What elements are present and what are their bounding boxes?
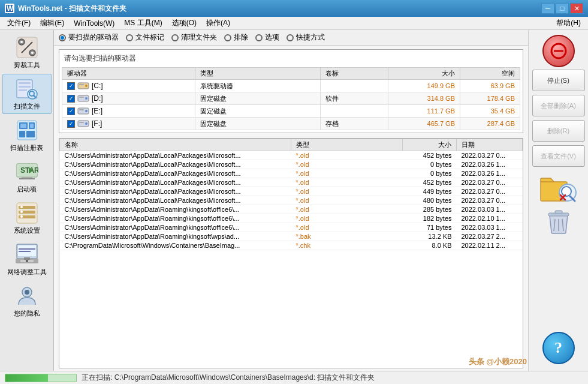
view-file-button[interactable]: 查看文件(V) [532, 145, 585, 167]
drive-letter-0: [C:] [92, 82, 103, 90]
tab-options[interactable]: 选项 [255, 32, 279, 43]
list-item[interactable]: C:\Users\Administrator\AppData\Local\Pac… [60, 169, 523, 178]
list-item[interactable]: C:\Users\Administrator\AppData\Roaming\k… [60, 205, 523, 214]
maximize-button[interactable]: □ [556, 3, 569, 14]
delete-all-button[interactable]: 全部删除(A) [532, 95, 585, 116]
tab-shortcuts[interactable]: 快捷方式 [287, 32, 325, 43]
close-button[interactable]: ✕ [570, 3, 583, 14]
drive-checkbox-2[interactable] [67, 107, 75, 115]
drive-letter-1: [D:] [92, 94, 103, 103]
tab-drives-label: 要扫描的驱动器 [68, 32, 119, 43]
file-type-8: *.old [291, 223, 403, 232]
minimize-button[interactable]: ─ [541, 3, 554, 14]
stop-icon-circle[interactable] [542, 35, 575, 67]
svg-rect-20 [20, 124, 26, 128]
files-table-container: 名称 类型 大小 日期 C:\Users\Administrator\AppDa… [59, 139, 523, 368]
drive-label-3: 存档 [320, 118, 388, 130]
app-icon: W [5, 4, 14, 13]
drive-cell-3: [F:] [62, 118, 195, 130]
file-date-1: 2022.03.26 1... [457, 160, 523, 169]
svg-rect-9 [19, 82, 31, 84]
help-button[interactable]: ? [542, 332, 575, 364]
tab-exclude-radio [224, 34, 231, 41]
sidebar-item-trim[interactable]: 剪裁工具 [2, 32, 52, 73]
list-item[interactable]: C:\Users\Administrator\AppData\Local\Pac… [60, 187, 523, 196]
svg-point-7 [31, 52, 34, 54]
tab-exclude[interactable]: 排除 [224, 32, 248, 43]
table-row: [F:] 固定磁盘 存档 465.7 GB 287.4 GB [62, 118, 520, 130]
status-bar: 正在扫描: C:\ProgramData\Microsoft\Windows\C… [0, 371, 588, 384]
drive-size-0: 149.9 GB [388, 80, 460, 92]
svg-rect-52 [79, 109, 84, 110]
tab-filetags[interactable]: 文件标记 [126, 32, 164, 43]
sidebar-label-registry: 扫描注册表 [10, 143, 43, 152]
col-drive: 驱动器 [62, 68, 195, 80]
tab-cleanfolder[interactable]: 清理文件夹 [171, 32, 217, 43]
registry-icon [15, 118, 39, 142]
table-row: [E:] 固定磁盘 111.7 GB 35.4 GB [62, 105, 520, 118]
drive-checkbox-3[interactable] [67, 120, 75, 128]
menu-help[interactable]: 帮助(H) [551, 17, 586, 29]
right-panel: 停止(S) 全部删除(A) 删除(R) 查看文件(V) [528, 30, 588, 371]
sidebar-item-registry[interactable]: 扫描注册表 [2, 115, 52, 155]
drives-table: 驱动器 类型 卷标 大小 空闲 [C:] 系统驱动器 149.9 GB 63 [62, 67, 520, 130]
drive-letter-3: [F:] [92, 119, 102, 128]
list-item[interactable]: C:\Users\Administrator\AppData\Roaming\k… [60, 223, 523, 232]
files-section: 名称 类型 大小 日期 C:\Users\Administrator\AppDa… [59, 138, 523, 368]
drive-icon-1 [77, 94, 89, 103]
list-item[interactable]: C:\Users\Administrator\AppData\Local\Pac… [60, 196, 523, 205]
svg-rect-21 [30, 124, 34, 128]
drive-icon-2 [77, 106, 89, 116]
file-path-5: C:\Users\Administrator\AppData\Local\Pac… [60, 196, 291, 205]
file-type-10: *.chk [291, 241, 403, 250]
drive-free-0: 63.9 GB [460, 80, 520, 92]
menu-mstools[interactable]: MS 工具(M) [119, 17, 167, 29]
drive-checkbox-1[interactable] [67, 95, 75, 103]
stop-button[interactable]: 停止(S) [532, 70, 585, 91]
sidebar-item-settings[interactable]: 系统设置 [2, 198, 52, 238]
drive-type-0: 系统驱动器 [195, 80, 321, 92]
drive-free-1: 178.4 GB [460, 92, 520, 105]
menu-options[interactable]: 选项(O) [167, 17, 201, 29]
menu-wintools[interactable]: WinTools(W) [69, 18, 119, 29]
file-path-8: C:\Users\Administrator\AppData\Roaming\k… [60, 223, 291, 232]
svg-point-44 [25, 290, 29, 295]
list-item[interactable]: C:\Users\Administrator\AppData\Roaming\k… [60, 214, 523, 223]
delete-folder-icon-area [532, 173, 585, 206]
list-item[interactable]: C:\Users\Administrator\AppData\Local\Pac… [60, 151, 523, 160]
drive-cell-0: [C:] [62, 80, 195, 92]
col-type: 类型 [195, 68, 321, 80]
file-path-3: C:\Users\Administrator\AppData\Local\Pac… [60, 178, 291, 187]
file-path-1: C:\Users\Administrator\AppData\Local\Pac… [60, 160, 291, 169]
col-size: 大小 [388, 68, 460, 80]
file-date-10: 2022.02.11 2... [457, 241, 523, 250]
delete-button[interactable]: 删除(R) [532, 120, 585, 142]
drive-type-1: 固定磁盘 [195, 92, 321, 105]
drive-label-2 [320, 105, 388, 118]
list-item[interactable]: C:\ProgramData\Microsoft\Windows\Contain… [60, 241, 523, 250]
menu-actions[interactable]: 操作(A) [201, 17, 235, 29]
tab-drives[interactable]: 要扫描的驱动器 [59, 32, 119, 43]
sidebar-item-startup[interactable]: START 启动项 [2, 157, 52, 197]
drive-checkbox-0[interactable] [67, 82, 75, 90]
drive-size-3: 465.7 GB [388, 118, 460, 130]
sidebar-item-network[interactable]: 网络调整工具 [2, 239, 52, 280]
table-row: [D:] 固定磁盘 软件 314.8 GB 178.4 GB [62, 92, 520, 105]
sidebar-item-privacy[interactable]: 您的隐私 [2, 281, 52, 321]
file-date-2: 2022.03.26 1... [457, 169, 523, 178]
sidebar-item-scan[interactable]: 扫描文件 [2, 74, 52, 114]
svg-rect-18 [19, 131, 25, 137]
file-type-4: *.old [291, 187, 403, 196]
col-filesize: 大小 [403, 139, 457, 151]
list-item[interactable]: C:\Users\Administrator\AppData\Roaming\k… [60, 232, 523, 241]
recycle-bin-icon [532, 209, 585, 235]
menu-edit[interactable]: 编辑(E) [35, 17, 69, 29]
privacy-icon [15, 284, 39, 308]
tab-filetags-radio [126, 34, 133, 41]
tab-cleanfolder-radio [171, 34, 179, 41]
file-path-6: C:\Users\Administrator\AppData\Roaming\k… [60, 205, 291, 214]
svg-point-32 [20, 206, 23, 208]
list-item[interactable]: C:\Users\Administrator\AppData\Local\Pac… [60, 160, 523, 169]
list-item[interactable]: C:\Users\Administrator\AppData\Local\Pac… [60, 178, 523, 187]
menu-file[interactable]: 文件(F) [2, 17, 35, 29]
